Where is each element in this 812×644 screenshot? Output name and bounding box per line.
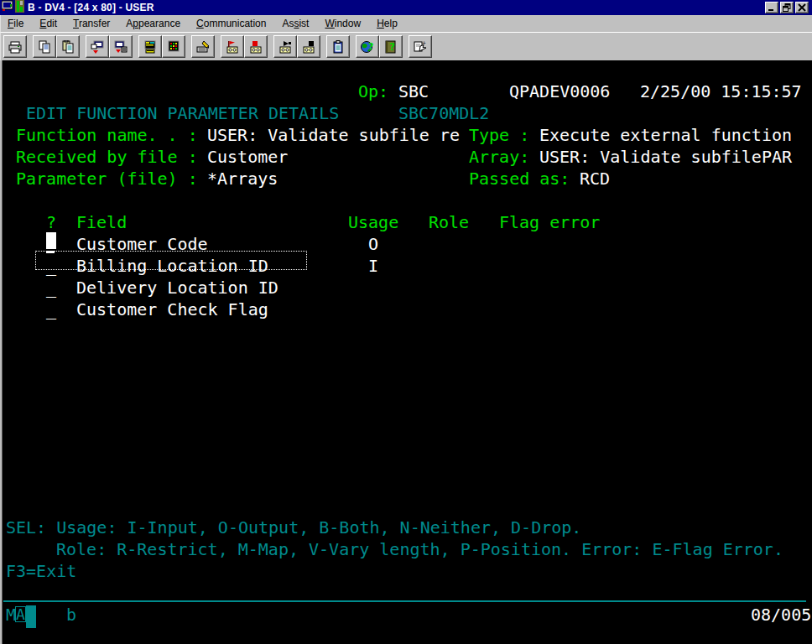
terminal-text: Received by file :	[16, 146, 198, 168]
terminal-text: Op:	[358, 80, 388, 102]
menu-window[interactable]: Window	[325, 18, 361, 29]
menu-communication[interactable]: Communication	[196, 18, 266, 29]
toolbar-group	[3, 35, 27, 58]
terminal-text: Passed as:	[469, 168, 570, 190]
toolbar-group	[33, 35, 80, 58]
sel-input[interactable]: _	[46, 277, 56, 299]
terminal-text: Type :	[469, 124, 529, 146]
column-header-role: Role	[429, 211, 469, 233]
function-key-hint: F3=Exit	[6, 560, 76, 582]
terminal-text: SBC	[398, 80, 429, 102]
terminal-text: Function name. . :	[16, 124, 198, 146]
array-value: USER: Validate subfilePAR	[539, 146, 792, 168]
menu-bar: FileEditTransferAppearanceCommunicationA…	[0, 15, 812, 32]
toolbar: ??+	[0, 32, 812, 60]
toolbar-group	[86, 35, 133, 58]
send-file-icon[interactable]	[86, 35, 109, 58]
hotspots-icon[interactable]: +	[409, 35, 432, 58]
legend-usage: SEL: Usage: I-Input, O-Output, B-Both, N…	[6, 517, 581, 538]
record-start-icon[interactable]	[221, 35, 244, 58]
stop-macro-icon[interactable]	[297, 35, 320, 58]
session-icon[interactable]	[15, 0, 24, 16]
window-title: B - DV4 - [24 x 80] - USER	[28, 1, 765, 14]
screen-title: EDIT FUNCTION PARAMETER DETAILS	[26, 102, 339, 124]
close-button[interactable]	[795, 2, 809, 13]
toolbar-group	[326, 35, 350, 58]
emulator-window: B - DV4 - [24 x 80] - USER FileEditTrans…	[0, 0, 812, 644]
app-icon[interactable]	[2, 0, 13, 15]
copy-icon[interactable]	[33, 35, 56, 58]
field-name: Delivery Location ID	[76, 277, 278, 299]
color-map-icon[interactable]	[162, 35, 185, 58]
column-header-usage: Usage	[348, 211, 398, 233]
menu-transfer[interactable]: Transfer	[73, 18, 110, 29]
toolbar-group	[221, 35, 268, 58]
receive-file-icon[interactable]	[109, 35, 133, 58]
terminal-text: 2/25/00 15:15:57	[640, 80, 802, 102]
oia-keyboard-indicator: b	[66, 604, 76, 626]
screen-id: SBC70MDL2	[398, 102, 489, 124]
menu-file[interactable]: File	[8, 18, 23, 29]
menu-edit[interactable]: Edit	[39, 18, 57, 29]
sel-input[interactable]: _	[46, 299, 56, 320]
field-usage: I	[368, 255, 378, 277]
record-stop-icon[interactable]	[244, 35, 268, 58]
svg-text:?: ?	[368, 41, 373, 52]
web-help-icon[interactable]: ?	[356, 35, 379, 58]
menu-assist[interactable]: Assist	[282, 18, 309, 29]
restore-button[interactable]	[780, 2, 794, 13]
oia-attn-indicator: A	[15, 606, 26, 622]
input-underscore[interactable]	[46, 251, 55, 253]
received-by-file-value[interactable]: Customer	[207, 146, 288, 168]
toolbar-group	[191, 35, 215, 58]
toolbar-group	[138, 35, 185, 58]
column-header-flag-error: Flag error	[499, 211, 600, 233]
menu-appearance[interactable]: Appearance	[126, 18, 180, 29]
display-setup-icon[interactable]	[138, 35, 162, 58]
keyboard-setup-icon[interactable]	[191, 35, 215, 58]
title-bar: B - DV4 - [24 x 80] - USER	[0, 0, 812, 15]
function-type-value: Execute external function	[539, 124, 792, 146]
function-name-value[interactable]: USER: Validate subfile re	[207, 124, 460, 146]
info-book-icon[interactable]: ?	[379, 35, 403, 58]
parameter-file-value[interactable]: *Arrays	[207, 168, 278, 190]
terminal-text: Parameter (file) :	[16, 168, 198, 190]
terminal-text: Array:	[469, 146, 529, 168]
oia-block-indicator	[26, 605, 36, 628]
field-usage: O	[368, 233, 378, 255]
toolbar-group	[273, 35, 320, 58]
field-name: Billing Location ID	[76, 255, 268, 277]
toolbar-group: +	[409, 35, 432, 58]
terminal-screen[interactable]: M A b 08/005 Op:SBCQPADEV00062/25/00 15:…	[0, 60, 812, 644]
text-cursor	[46, 232, 56, 249]
svg-text:?: ?	[389, 41, 395, 53]
minimize-button[interactable]	[765, 2, 778, 13]
paste-icon[interactable]	[56, 35, 80, 58]
menu-help[interactable]: Help	[377, 18, 398, 29]
oia-separator	[3, 600, 806, 602]
column-header-sel: ?	[46, 211, 56, 233]
passed-as-value: RCD	[580, 168, 610, 190]
legend-role: Role: R-Restrict, M-Map, V-Vary length, …	[56, 538, 783, 560]
clipboard-icon[interactable]	[326, 35, 350, 58]
print-icon[interactable]	[3, 35, 27, 58]
column-header-field: Field	[76, 211, 127, 233]
window-left-border	[0, 60, 3, 644]
oia-cursor-position: 08/005	[751, 604, 811, 626]
toolbar-group: ??	[356, 35, 403, 58]
field-name: Customer Check Flag	[76, 299, 268, 320]
play-macro-icon[interactable]	[273, 35, 297, 58]
field-name: Customer Code	[76, 233, 208, 255]
terminal-text: QPADEV0006	[509, 80, 610, 102]
svg-text:+: +	[422, 40, 426, 45]
sel-input[interactable]: _	[46, 255, 56, 277]
